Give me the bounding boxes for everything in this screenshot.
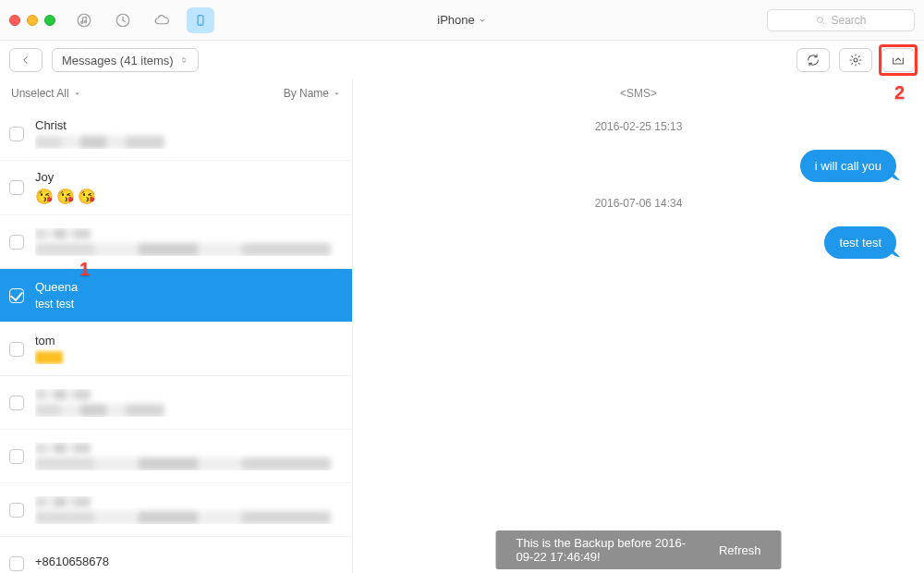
thread-name <box>35 389 341 400</box>
search-input[interactable]: Search <box>767 9 915 31</box>
device-label: iPhone <box>437 13 474 27</box>
thread-preview <box>35 351 341 364</box>
chevron-left-icon <box>19 54 32 67</box>
thread-name <box>35 443 341 454</box>
thread-preview <box>35 136 341 149</box>
caret-down-icon <box>333 90 341 98</box>
thread-checkbox[interactable] <box>9 235 24 250</box>
thread-checkbox[interactable] <box>9 342 24 357</box>
toolbar: Messages (41 items) 2 <box>0 41 924 79</box>
thread-name <box>35 228 341 239</box>
thread-preview: test test <box>35 298 341 311</box>
svg-point-5 <box>200 23 201 24</box>
thread-list: ChristJoy😘😘😘Queenatest testtom+861065867… <box>0 107 352 573</box>
category-label: Messages (41 items) <box>62 54 174 67</box>
conversation-body: 2016-02-25 15:13i will call you2016-07-0… <box>353 105 924 573</box>
thread-row[interactable] <box>0 483 352 537</box>
annotation-number-1: 1 <box>79 259 90 280</box>
thread-row[interactable]: tom <box>0 323 352 376</box>
thread-checkbox[interactable] <box>9 556 24 571</box>
message-timestamp: 2016-07-06 14:34 <box>381 197 896 210</box>
status-refresh-link[interactable]: Refresh <box>719 543 761 557</box>
thread-preview <box>35 243 341 256</box>
device-source-icon[interactable] <box>187 7 214 33</box>
thread-row[interactable]: Christ <box>0 107 352 161</box>
thread-list-header: Unselect All By Name <box>0 79 352 107</box>
thread-row[interactable]: Joy😘😘😘 <box>0 161 352 215</box>
svg-point-7 <box>854 58 857 62</box>
message-row: i will call you <box>381 150 896 182</box>
minimize-window-button[interactable] <box>27 15 38 26</box>
refresh-button[interactable] <box>796 48 830 72</box>
thread-checkbox[interactable] <box>9 127 24 141</box>
thread-checkbox[interactable] <box>9 396 24 410</box>
thread-name: Queena <box>35 280 341 294</box>
message-bubble[interactable]: test test <box>824 226 896 259</box>
thread-preview <box>35 511 341 524</box>
select-all-toggle[interactable]: Unselect All <box>11 87 81 100</box>
thread-row[interactable] <box>0 430 352 483</box>
thread-name: Christ <box>35 118 341 132</box>
search-placeholder: Search <box>831 14 866 27</box>
thread-row[interactable] <box>0 215 352 269</box>
export-icon <box>890 53 906 67</box>
thread-checkbox[interactable] <box>9 503 24 518</box>
svg-point-6 <box>818 17 823 22</box>
thread-name: tom <box>35 334 341 347</box>
cloud-source-icon[interactable] <box>148 7 176 33</box>
back-button[interactable] <box>9 48 43 72</box>
zoom-window-button[interactable] <box>44 15 55 26</box>
thread-list-panel: Unselect All By Name ChristJoy😘😘😘Queenat… <box>0 79 353 573</box>
caret-down-icon <box>73 90 81 98</box>
close-window-button[interactable] <box>9 15 20 26</box>
svg-point-2 <box>84 20 86 22</box>
music-source-icon[interactable] <box>70 7 98 33</box>
titlebar: iPhone Search <box>0 0 924 41</box>
thread-checkbox[interactable] <box>9 449 24 464</box>
sort-toggle[interactable]: By Name <box>284 87 341 100</box>
thread-name: +8610658678 <box>35 555 341 568</box>
thread-preview: 😘😘😘 <box>35 188 341 205</box>
gear-icon <box>848 53 863 67</box>
conversation-panel: <SMS> 2016-02-25 15:13i will call you201… <box>353 79 924 573</box>
backup-source-icon[interactable] <box>109 7 137 33</box>
window-controls <box>9 15 55 26</box>
chevron-down-icon <box>478 16 487 25</box>
thread-row[interactable]: +8610658678 <box>0 537 352 573</box>
thread-row[interactable] <box>0 376 352 430</box>
settings-button[interactable] <box>839 48 872 72</box>
source-tabs <box>70 7 214 33</box>
main-area: Unselect All By Name ChristJoy😘😘😘Queenat… <box>0 79 924 573</box>
thread-name <box>35 496 341 507</box>
conversation-type-label: <SMS> <box>353 79 924 105</box>
message-timestamp: 2016-02-25 15:13 <box>381 120 896 133</box>
thread-checkbox[interactable] <box>9 288 24 303</box>
thread-preview <box>35 404 341 417</box>
status-text: This is the Backup before 2016-09-22 17:… <box>517 536 700 564</box>
thread-row[interactable]: Queenatest test <box>0 269 352 323</box>
search-icon <box>815 15 826 26</box>
svg-point-0 <box>78 14 91 27</box>
message-bubble[interactable]: i will call you <box>800 150 896 182</box>
thread-name: Joy <box>35 170 341 184</box>
thread-checkbox[interactable] <box>9 180 24 195</box>
svg-point-1 <box>81 21 83 23</box>
category-dropdown[interactable]: Messages (41 items) <box>52 48 199 72</box>
thread-preview <box>35 457 341 470</box>
message-row: test test <box>381 226 896 259</box>
refresh-icon <box>806 53 821 67</box>
sort-arrows-icon <box>179 54 188 67</box>
status-banner: This is the Backup before 2016-09-22 17:… <box>496 530 782 569</box>
export-button[interactable] <box>881 48 915 72</box>
